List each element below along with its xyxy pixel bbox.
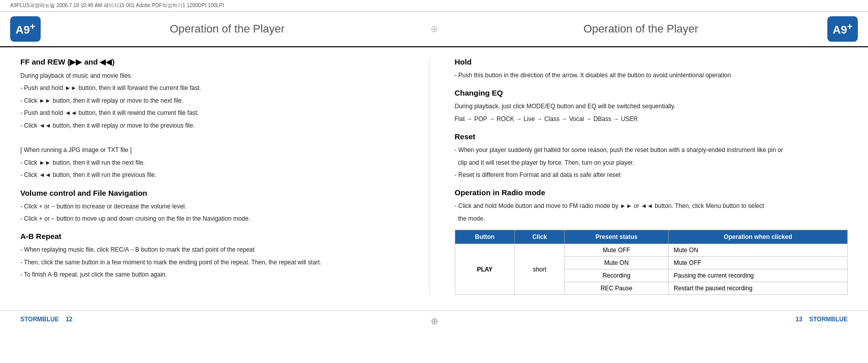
cell-status-4: REC Pause [565, 282, 669, 295]
section-radio-body: - Click and hold Mode button and move to… [455, 201, 848, 224]
ff-rew-line-6: [ When running a JPG image or TXT file ] [20, 145, 414, 155]
logo-badge-right: A9+ [827, 16, 858, 42]
footer-brand-left: STORMBLUE [20, 316, 59, 323]
col-present-status: Present status [565, 230, 669, 244]
meta-bar: A9PLUS국영메뉴얼 2006.7.18 10:48 AM 페이지15 001… [0, 0, 868, 12]
eq-line-0: During playback, just click MODE/EQ butt… [455, 101, 848, 111]
meta-text: A9PLUS국영메뉴얼 2006.7.18 10:48 AM 페이지15 001… [10, 2, 224, 9]
section-ab-heading: A-B Repeat [20, 232, 414, 240]
ff-rew-line-3: - Push and hold ◄◄ button, then it will … [20, 108, 414, 118]
section-ff-rew-heading: FF and REW (▶▶ and ◀◀) [20, 57, 414, 67]
ff-rew-line-0: During playback of music and movie files [20, 71, 414, 81]
cell-operation-3: Pausing the current recording [668, 269, 847, 282]
volume-line-0: - Click + or − button to increase or dec… [20, 201, 414, 211]
ab-line-1: - Then, click the same button in a few m… [20, 257, 414, 267]
footer-page-right: 13 [796, 316, 802, 323]
cell-status-1: Mute OFF [565, 244, 669, 257]
section-reset-body: - When your player suddenly get halted f… [455, 145, 848, 180]
section-hold-heading: Hold [455, 57, 848, 66]
right-column: Hold - Push this button in the direction… [450, 57, 848, 295]
section-eq-heading: Changing EQ [455, 88, 848, 97]
hold-line-0: - Push this button in the direction of t… [455, 70, 848, 80]
ab-line-0: - When replaying music file, click REC/A… [20, 245, 414, 255]
reset-line-0: - When your player suddenly get halted f… [455, 145, 848, 155]
ff-rew-line-4: - Click ◄◄ button, then it will replay o… [20, 120, 414, 131]
ff-rew-line-2: - Click ►► button, then it will replay o… [20, 96, 414, 106]
reset-line-2: - Reset is different from Format and all… [455, 170, 848, 180]
logo-badge-left: A9+ [10, 16, 41, 42]
section-reset-heading: Reset [455, 132, 848, 141]
col-operation: Operation when clicked [668, 230, 847, 244]
ff-rew-line-1: - Push and hold ►► button, then it will … [20, 83, 414, 93]
ab-line-2: - To finish A-B repeat, just click the s… [20, 269, 414, 280]
logo-text-right: A9+ [833, 21, 853, 37]
logo-plus-left: + [30, 21, 36, 32]
cell-operation-2: Mute OFF [668, 257, 847, 269]
footer-left: STORMBLUE 12 [20, 316, 72, 323]
cell-operation-1: Mute ON [668, 244, 847, 257]
left-column: FF and REW (▶▶ and ◀◀) During playback o… [20, 57, 429, 295]
page-footer: STORMBLUE 12 ⊕ 13 STORMBLUE [0, 310, 868, 328]
ff-rew-line-7: - Click ►► button, then it will run the … [20, 158, 414, 168]
section-ff-rew-body: During playback of music and movie files… [20, 71, 414, 180]
footer-right: 13 STORMBLUE [796, 316, 848, 323]
reset-line-1: clip and It will reset the player by for… [455, 158, 848, 168]
header-title-right: Operation of the Player [434, 22, 848, 36]
volume-line-1: - Click + or − button to move up and dow… [20, 214, 414, 224]
cell-button-1: PLAY [455, 244, 515, 295]
footer-page-left: 12 [66, 316, 72, 323]
section-volume-heading: Volume control and File Navigation [20, 189, 414, 197]
table-row-1: PLAY short Mute OFF Mute ON [455, 244, 848, 257]
cell-status-3: Recording [565, 269, 669, 282]
cell-status-2: Mute ON [565, 257, 669, 269]
header-title-left: Operation of the Player [20, 22, 434, 36]
logo-text-left: A9+ [16, 21, 36, 37]
section-volume-body: - Click + or − button to increase or dec… [20, 201, 414, 224]
section-hold-body: - Push this button in the direction of t… [455, 70, 848, 80]
col-click: Click [515, 230, 565, 244]
footer-brand-right: STORMBLUE [809, 316, 848, 323]
radio-line-0: - Click and hold Mode button and move to… [455, 201, 848, 211]
section-radio-heading: Operation in Radio mode [455, 188, 848, 197]
page-header: A9+ Operation of the Player ⊕ Operation … [0, 12, 868, 47]
cell-click-1: short [515, 244, 565, 295]
main-content: FF and REW (▶▶ and ◀◀) During playback o… [0, 47, 868, 305]
col-button: Button [455, 230, 515, 244]
eq-line-1: Flat → POP → ROCK → Live → Class → Vocal… [455, 114, 848, 124]
section-eq-body: During playback, just click MODE/EQ butt… [455, 101, 848, 124]
section-ab-body: - When replaying music file, click REC/A… [20, 245, 414, 280]
ff-rew-line-8: - Click ◄◄ button, then it will run the … [20, 170, 414, 180]
ff-rew-line-5 [20, 133, 414, 143]
radio-line-1: the mode. [455, 214, 848, 224]
radio-table: Button Click Present status Operation wh… [455, 230, 848, 295]
logo-plus-right: + [847, 21, 853, 32]
crosshair-footer: ⊕ [430, 316, 438, 327]
cell-operation-4: Restart the paused recording [668, 282, 847, 295]
